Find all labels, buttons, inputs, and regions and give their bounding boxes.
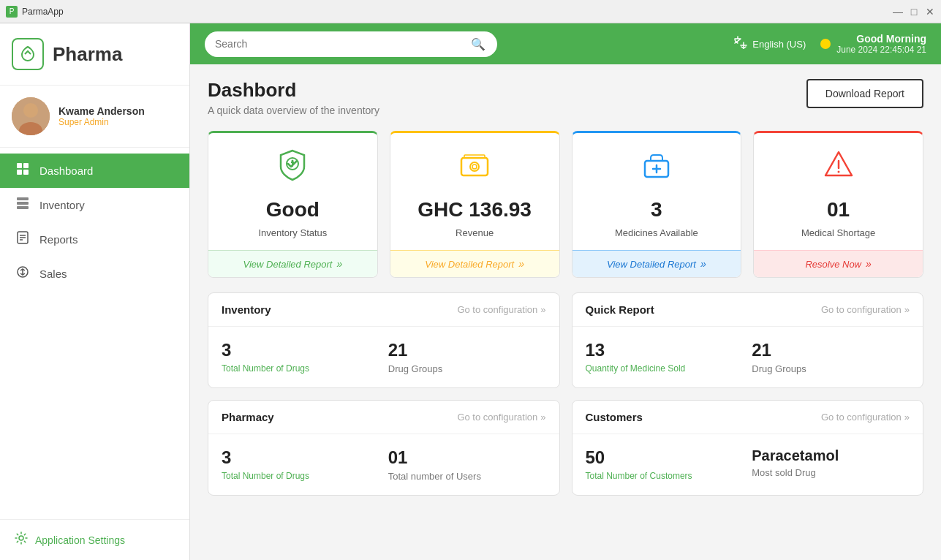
quick-report-header: Quick Report Go to configuration » — [572, 293, 923, 327]
topbar-right: English (US) Good Morning June 2024 22:4… — [733, 33, 926, 55]
shield-icon — [275, 148, 310, 189]
medicine-sold-value: 13 — [586, 340, 744, 360]
sidebar-item-sales[interactable]: Sales — [0, 257, 189, 291]
user-name: Kwame Anderson — [58, 105, 145, 117]
svg-point-22 — [472, 164, 477, 169]
total-customers-label: Total Number of Customers — [586, 471, 744, 481]
total-customers-value: 50 — [586, 447, 744, 468]
config-chevrons-2: » — [904, 304, 910, 315]
pharmacy-card: Pharmacy Go to configuration » 3 Total N… — [208, 400, 560, 496]
stat-label-revenue: Revenue — [456, 227, 494, 238]
config-chevrons-3: » — [540, 412, 545, 423]
svg-point-28 — [837, 171, 839, 173]
pharm-users-value: 01 — [388, 447, 546, 468]
reports-label: Reports — [39, 233, 78, 246]
quick-report-config-link[interactable]: Go to configuration » — [821, 304, 910, 315]
svg-rect-7 — [17, 197, 29, 200]
view-inventory-report-link[interactable]: View Detailed Report » — [208, 250, 377, 277]
sidebar-item-dashboard[interactable]: Dashboard — [0, 154, 189, 188]
svg-rect-3 — [17, 163, 22, 168]
stat-card-body-red: 01 Medical Shortage — [754, 133, 923, 250]
most-sold-label: Most sold Drug — [752, 467, 910, 478]
svg-rect-20 — [461, 158, 488, 175]
stat-card-body-blue: 3 Medicines Available — [572, 133, 741, 250]
language-label: English (US) — [752, 39, 806, 50]
window-controls: — □ ✕ — [893, 7, 935, 17]
dashboard-icon — [15, 162, 31, 179]
stat-card-body-yellow: GHC 136.93 Revenue — [390, 133, 559, 250]
customers-title: Customers — [586, 411, 643, 423]
stat-card-medicines: 3 Medicines Available View Detailed Repo… — [572, 131, 742, 278]
sidebar-nav: Dashboard Inventory — [0, 148, 189, 519]
drug-groups-label: Drug Groups — [388, 363, 546, 374]
pharmacy-title: Pharmacy — [222, 411, 274, 423]
drug-groups-value: 21 — [388, 340, 546, 360]
total-customers-stat: 50 Total Number of Customers — [586, 447, 744, 481]
inventory-label: Inventory — [39, 199, 85, 211]
maximize-button[interactable]: □ — [909, 7, 919, 17]
sales-icon — [15, 265, 31, 282]
sales-label: Sales — [39, 268, 67, 280]
customers-body: 50 Total Number of Customers Paracetamol… — [572, 434, 923, 494]
app-icon: P — [6, 6, 18, 18]
pharmacy-config-link[interactable]: Go to configuration » — [457, 412, 545, 423]
stat-value-revenue: GHC 136.93 — [417, 198, 532, 222]
stat-card-body-green: Good Inventory Status — [208, 133, 377, 250]
view-medicines-report-link[interactable]: View Detailed Report » — [572, 250, 741, 277]
stat-card-inventory-status: Good Inventory Status View Detailed Repo… — [208, 131, 378, 278]
inventory-config-link[interactable]: Go to configuration » — [457, 304, 545, 315]
inventory-icon — [15, 197, 31, 213]
qr-drug-groups-label: Drug Groups — [752, 363, 910, 374]
download-report-button[interactable]: Download Report — [806, 79, 923, 108]
logo-text: Pharma — [53, 43, 122, 66]
app-settings[interactable]: Application Settings — [0, 519, 189, 560]
language-selector[interactable]: English (US) — [733, 35, 806, 53]
minimize-button[interactable]: — — [893, 7, 903, 17]
dashboard-header: Dashbord A quick data overview of the in… — [208, 79, 923, 116]
svg-rect-9 — [17, 206, 29, 209]
inventory-card-title: Inventory — [222, 303, 271, 316]
view-revenue-report-link[interactable]: View Detailed Report » — [390, 250, 559, 277]
stat-value-inventory: Good — [266, 198, 320, 222]
user-info: Kwame Anderson Super Admin — [58, 105, 145, 127]
search-container: 🔍 — [205, 31, 497, 57]
info-grid: Inventory Go to configuration » 3 Total … — [208, 292, 923, 496]
user-role: Super Admin — [58, 117, 145, 127]
pharmacy-header: Pharmacy Go to configuration » — [208, 401, 559, 434]
warning-icon — [821, 148, 856, 189]
pharm-drugs-stat: 3 Total Number of Drugs — [222, 447, 379, 482]
dashboard-title-block: Dashbord A quick data overview of the in… — [208, 79, 379, 116]
sidebar-item-inventory[interactable]: Inventory — [0, 188, 189, 222]
sidebar: Pharma Kwame Anderson Super Admin — [0, 23, 190, 560]
search-icon[interactable]: 🔍 — [471, 37, 485, 51]
medicine-sold-stat: 13 Quantity of Medicine Sold — [586, 340, 744, 374]
chevrons-icon: » — [336, 258, 342, 270]
topbar: 🔍 English (US) — [190, 23, 941, 64]
inventory-card-header: Inventory Go to configuration » — [208, 293, 559, 327]
dashboard-subtitle: A quick data overview of the inventory — [208, 105, 379, 116]
svg-point-1 — [23, 103, 38, 118]
svg-rect-6 — [23, 170, 29, 175]
most-sold-stat: Paracetamol Most sold Drug — [752, 447, 910, 481]
dashboard-title: Dashbord — [208, 79, 379, 102]
stat-card-shortage: 01 Medical Shortage Resolve Now » — [753, 131, 923, 278]
sidebar-item-reports[interactable]: Reports — [0, 222, 189, 257]
stat-value-medicines: 3 — [651, 198, 662, 222]
medicine-sold-label: Quantity of Medicine Sold — [586, 363, 744, 374]
dashboard-label: Dashboard — [39, 164, 93, 177]
customers-config-link[interactable]: Go to configuration » — [821, 412, 910, 423]
greeting-text: Good Morning — [856, 33, 926, 45]
quick-report-body: 13 Quantity of Medicine Sold 21 Drug Gro… — [572, 327, 923, 387]
qr-drug-groups-stat: 21 Drug Groups — [752, 340, 910, 374]
search-input[interactable] — [215, 38, 465, 50]
medical-bag-icon — [639, 148, 674, 189]
close-button[interactable]: ✕ — [925, 7, 935, 17]
status-indicator — [820, 39, 831, 49]
resolve-shortage-link[interactable]: Resolve Now » — [754, 250, 923, 277]
view-medicines-text: View Detailed Report — [607, 259, 696, 270]
quick-report-title: Quick Report — [586, 303, 654, 316]
search-box: 🔍 — [205, 31, 497, 57]
settings-label: Application Settings — [35, 534, 125, 546]
user-status: Good Morning June 2024 22:45:04 21 — [820, 33, 926, 55]
translate-icon — [733, 35, 748, 53]
